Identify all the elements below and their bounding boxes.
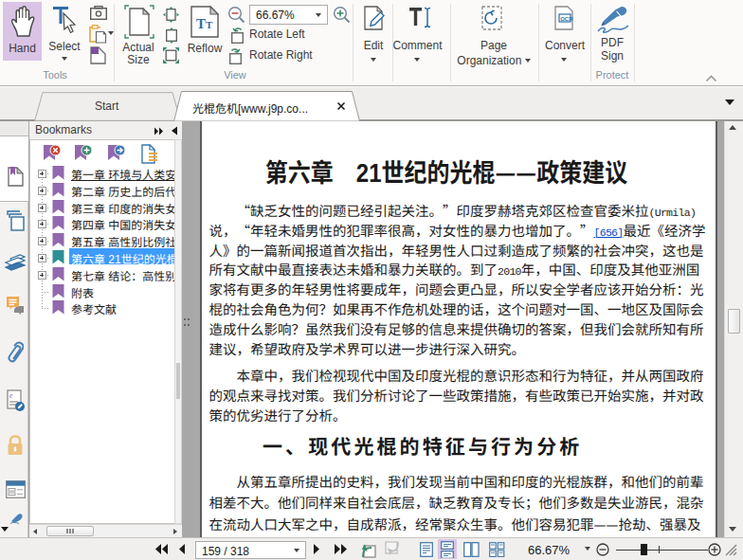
svg-text:e: e — [9, 391, 13, 400]
svg-text:OCR: OCR — [560, 16, 573, 22]
svg-text:T: T — [206, 19, 213, 30]
svg-text:T: T — [196, 16, 206, 31]
